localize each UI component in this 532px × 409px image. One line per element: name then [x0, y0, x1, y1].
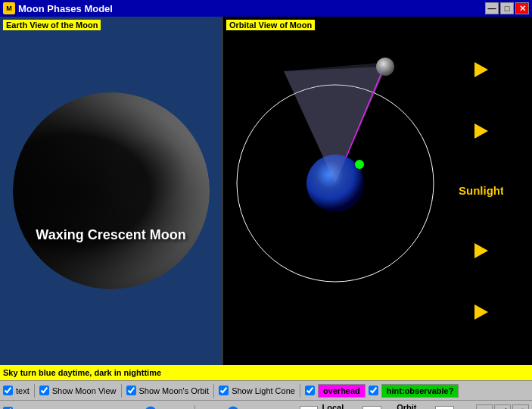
svg-marker-7 [284, 67, 385, 183]
controls-bar: text Show Moon View Show Moon's Orbit Sh… [0, 380, 532, 400]
sunlight-arrow-1 [474, 62, 488, 77]
show-moon-view-checkbox[interactable] [39, 386, 49, 395]
moon-surface [13, 92, 210, 289]
sunlight-arrow-4 [474, 304, 488, 320]
local-time-value: 16.0 [362, 406, 382, 410]
local-time-label: Local Time: [322, 403, 360, 410]
orbit-slider[interactable] [201, 406, 277, 410]
play-button[interactable]: ▶ [476, 404, 493, 410]
time-slider[interactable] [113, 406, 188, 410]
step-button[interactable]: ▶| [494, 404, 511, 410]
bottom-controls: Show Observer on Earth Day 04 Local Time… [0, 400, 532, 409]
text-checkbox[interactable] [3, 386, 13, 395]
app-icon: M [3, 2, 15, 14]
day-value: 04 [300, 406, 318, 410]
playback-controls: ▶ ▶| ↺ [476, 404, 529, 410]
moon-shadow [13, 92, 210, 289]
moon-phase-label: Waxing Crescent Moon [36, 227, 185, 243]
hint-button[interactable]: hint:observable? [381, 384, 459, 398]
main-content: Earth View of the Moon Waxing Crescent M… [0, 17, 532, 365]
window-title: Moon Phases Model [18, 3, 113, 14]
show-light-cone-checkbox[interactable] [219, 386, 229, 395]
svg-point-5 [355, 160, 364, 169]
hint-checkbox[interactable] [369, 386, 378, 395]
sep-3 [213, 384, 214, 398]
show-moons-orbit-checkbox[interactable] [126, 386, 136, 395]
moon-earth-display [13, 92, 210, 289]
local-time-group: Local Time: 16.0 hr [322, 403, 393, 410]
orbit-angle-label: Orbit Angle [397, 403, 433, 410]
earth-view-panel: Earth View of the Moon Waxing Crescent M… [0, 17, 223, 365]
close-button[interactable]: ✕ [515, 2, 529, 14]
sunlight-panel: Sunlight [459, 17, 503, 365]
status-bar: Sky turn blue daytime, dark in nighttime [0, 365, 532, 380]
orbital-diagram [223, 17, 458, 365]
orbit-angle-value: 56.9 [435, 406, 454, 410]
sunlight-arrow-3 [474, 243, 488, 258]
minimize-button[interactable]: — [485, 2, 499, 14]
sep-5 [194, 405, 195, 410]
show-moons-orbit-label: Show Moon's Orbit [139, 386, 210, 395]
day-group: Day 04 [282, 406, 317, 410]
reset-button[interactable]: ↺ [512, 404, 529, 410]
text-checkbox-label: text [16, 386, 30, 395]
sunlight-label: Sunlight [459, 184, 503, 197]
window-controls: — □ ✕ [485, 2, 529, 14]
maximize-button[interactable]: □ [500, 2, 514, 14]
sep-1 [34, 384, 35, 398]
overhead-button[interactable]: overhead [318, 384, 366, 398]
overhead-checkbox[interactable] [305, 386, 315, 395]
sep-2 [121, 384, 122, 398]
title-bar: M Moon Phases Model — □ ✕ [0, 0, 532, 17]
status-text: Sky turn blue daytime, dark in nighttime [3, 368, 161, 377]
orbital-view-label: Orbital View of Moon [226, 20, 315, 30]
sep-4 [300, 384, 300, 398]
orbital-view-panel: Orbital View of Moon [223, 17, 503, 365]
earth-view-label: Earth View of the Moon [3, 20, 101, 30]
orbit-angle-group: Orbit Angle 56.9 deg [397, 403, 471, 410]
show-light-cone-label: Show Light Cone [232, 386, 295, 395]
sunlight-arrow-2 [474, 123, 488, 139]
show-moon-view-label: Show Moon View [52, 386, 117, 395]
